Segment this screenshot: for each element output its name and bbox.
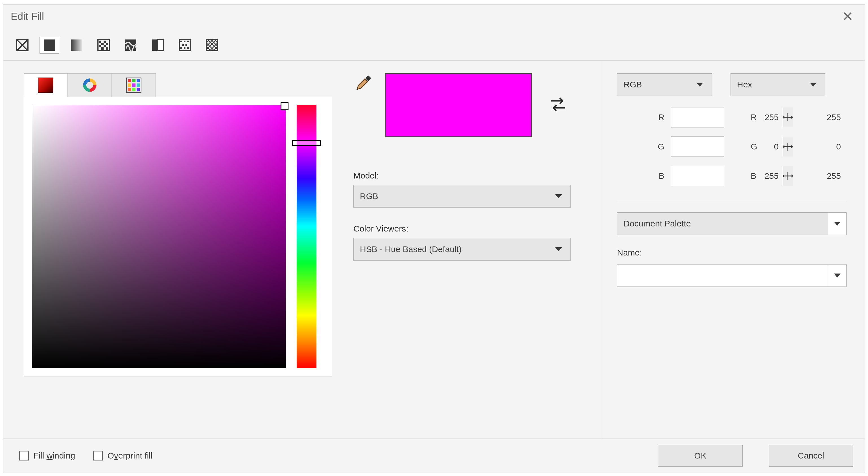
close-button[interactable]: ✕ [838,9,857,25]
model-combo-value: RGB [360,192,378,201]
g-ro-label: G [751,142,757,151]
fill-bitmap-button[interactable] [175,37,195,54]
overprint-fill-checkbox[interactable]: Overprint fill [93,451,152,461]
eyedropper-icon [355,75,372,92]
red-square-icon [38,77,53,93]
r-ro-label: R [751,112,757,122]
svg-rect-19 [184,41,185,42]
dialog-body: Model: RGB Color Viewers: HSB - Hue Base… [3,61,865,438]
model-combo[interactable]: RGB [353,185,571,208]
fill-twocolor-button[interactable] [148,37,168,54]
ok-button-label: OK [694,451,706,461]
left-column [3,61,350,438]
r-ro-value: 255 [827,112,843,122]
svg-rect-12 [101,47,103,49]
cancel-button-label: Cancel [798,451,824,461]
viewer-tab-hue[interactable] [24,73,68,97]
fill-winding-checkbox[interactable]: Fill winding [19,451,75,461]
g-label: G [658,142,664,151]
viewer-tabs [24,73,342,97]
fill-none-icon [16,38,29,52]
checkbox-box-icon [19,451,29,461]
chevron-down-icon [810,82,817,87]
palette-dropdown-button[interactable] [828,212,846,235]
svg-rect-20 [187,41,189,42]
g-ro-value: 0 [836,142,843,151]
fill-none-button[interactable] [12,37,32,54]
viewers-combo-value: HSB - Hue Based (Default) [360,244,462,254]
palette-grid-icon [126,77,142,93]
edit-fill-dialog: Edit Fill ✕ [3,4,865,473]
b-label: B [658,171,664,181]
svg-rect-23 [180,47,182,49]
fill-pattern-button[interactable] [94,37,114,54]
r-label: R [658,112,664,122]
svg-rect-9 [106,43,108,45]
viewers-combo[interactable]: HSB - Hue Based (Default) [353,238,571,261]
b-ro-value: 255 [827,171,843,181]
ok-button[interactable]: OK [658,445,743,467]
viewer-tab-wheel[interactable] [68,73,112,97]
dialog-title: Edit Fill [11,11,44,23]
svg-rect-10 [99,45,101,47]
fill-postscript-button[interactable] [202,37,222,54]
chevron-down-icon [555,194,562,198]
fill-fountain-icon [70,38,83,52]
color-picker-frame [24,97,332,376]
fill-bitmap-icon [178,38,192,52]
fill-fountain-button[interactable] [67,37,86,54]
swap-colors-button[interactable] [549,96,567,114]
color-wheel-icon [82,77,97,93]
middle-column: Model: RGB Color Viewers: HSB - Hue Base… [350,61,602,438]
fill-texture-icon [124,38,137,52]
cancel-button[interactable]: Cancel [769,445,853,467]
right-divider [617,201,846,201]
hue-thumb[interactable] [292,140,321,146]
chevron-down-icon [834,222,841,226]
swap-arrows-icon [549,96,567,113]
hue-slider[interactable] [297,105,316,368]
viewer-tab-palette[interactable] [112,73,156,97]
component-rows: R R [617,107,846,186]
eyedropper-button[interactable] [353,73,373,93]
fill-winding-label: Fill winding [33,451,75,461]
svg-rect-24 [184,47,185,49]
svg-rect-21 [182,44,184,46]
overprint-fill-label: Overprint fill [107,451,152,461]
fill-solid-button[interactable] [39,37,59,54]
viewers-label: Color Viewers: [353,224,591,234]
right-model1-combo[interactable]: RGB [617,73,712,96]
right-model2-combo[interactable]: Hex [731,73,826,96]
g-spinner[interactable] [671,136,724,157]
r-spinner[interactable] [671,107,724,128]
svg-rect-25 [187,47,189,49]
name-input[interactable] [622,265,823,286]
name-dropdown-button[interactable] [828,264,846,287]
fill-texture-button[interactable] [121,37,141,54]
svg-rect-6 [99,41,101,43]
palette-combo-value: Document Palette [624,219,691,229]
svg-rect-7 [103,41,106,43]
chevron-down-icon [555,247,562,251]
saturation-value-panel[interactable] [32,105,286,368]
svg-rect-15 [152,39,158,51]
chevron-down-icon [834,274,841,277]
dialog-titlebar: Edit Fill ✕ [3,4,865,29]
svg-rect-13 [106,47,108,49]
svg-rect-18 [180,41,182,42]
chevron-down-icon [696,82,703,87]
name-textbox[interactable] [617,264,828,287]
svg-rect-8 [101,43,103,45]
palette-combo[interactable]: Document Palette [617,212,828,235]
b-ro-label: B [751,171,756,181]
svg-rect-3 [44,39,55,51]
svg-rect-22 [185,44,187,46]
right-model2-value: Hex [737,80,752,90]
checkbox-box-icon [93,451,103,461]
sv-cursor[interactable] [281,102,288,110]
fill-type-toolbar [3,29,865,61]
svg-rect-4 [71,39,82,51]
fill-pattern-icon [97,38,111,52]
right-column: RGB Hex R [602,61,865,438]
b-spinner[interactable] [671,166,724,186]
